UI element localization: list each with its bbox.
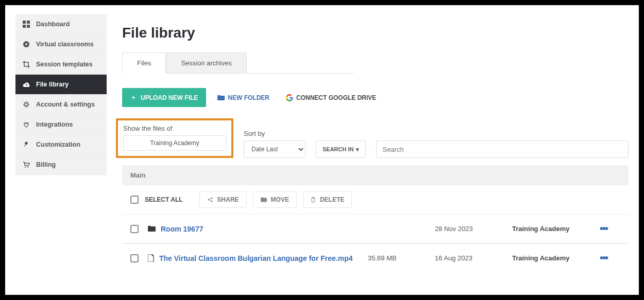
connect-google-drive-button[interactable]: CONNECT GOOGLE DRIVE [281, 90, 381, 105]
sidebar-item-label: Billing [36, 161, 56, 168]
show-files-label: Show the files of [123, 125, 226, 132]
select-value: Training Academy [150, 139, 199, 147]
plus-icon: ＋ [130, 93, 137, 102]
tab-label: Session archives [181, 59, 231, 67]
share-button[interactable]: SHARE [199, 191, 247, 208]
crop-icon [22, 61, 31, 68]
row-owner: Training Academy [512, 225, 600, 233]
file-icon [148, 254, 154, 262]
sidebar-item-dashboard[interactable]: Dashboard [15, 14, 107, 34]
button-label: UPLOAD NEW FILE [141, 94, 198, 101]
caret-down-icon: ▾ [356, 146, 359, 153]
gear-icon [22, 101, 31, 108]
bulk-actions: SELECT ALL SHARE MOVE DELETE [122, 185, 629, 214]
trash-icon [311, 197, 316, 203]
show-files-select[interactable]: Training Academy [123, 135, 226, 151]
tab-session-archives[interactable]: Session archives [166, 52, 246, 73]
action-bar: ＋ UPLOAD NEW FILE NEW FOLDER CONNECT GOO… [122, 88, 629, 107]
folder-icon [217, 95, 225, 101]
breadcrumb[interactable]: Main [122, 165, 629, 185]
row-name-link[interactable]: The Virtual Classroom Bulgarian Language… [159, 254, 353, 262]
search-in-button[interactable]: SEARCH IN ▾ [316, 140, 366, 158]
sidebar-item-account-settings[interactable]: Account & settings [15, 95, 107, 115]
new-folder-button[interactable]: NEW FOLDER [212, 90, 275, 105]
table-row: The Virtual Classroom Bulgarian Language… [122, 243, 629, 272]
svg-point-7 [25, 167, 26, 168]
button-label: MOVE [271, 196, 289, 203]
sidebar-item-label: Customization [36, 141, 80, 148]
svg-rect-0 [23, 21, 26, 24]
svg-point-6 [25, 103, 28, 106]
row-actions-menu[interactable]: ••• [600, 252, 620, 264]
grid-icon [22, 21, 31, 28]
svg-point-8 [27, 167, 28, 168]
sidebar-item-label: Virtual classrooms [36, 41, 94, 48]
row-date: 28 Nov 2023 [435, 225, 512, 233]
play-circle-icon [22, 41, 31, 48]
select-all-label: SELECT ALL [145, 196, 183, 203]
row-date: 16 Aug 2023 [435, 254, 512, 262]
page-title: File library [122, 25, 629, 41]
row-checkbox[interactable] [130, 225, 139, 233]
sidebar-item-label: Session templates [36, 61, 93, 68]
sidebar-item-billing[interactable]: Billing [15, 155, 107, 175]
select-all-checkbox[interactable] [130, 196, 139, 204]
button-label: CONNECT GOOGLE DRIVE [296, 94, 376, 101]
table-row: Room 19677 28 Nov 2023 Training Academy … [122, 214, 629, 243]
svg-rect-3 [27, 25, 30, 28]
main-content: File library Files Session archives ＋ UP… [107, 14, 629, 286]
search-input[interactable] [376, 140, 629, 158]
upload-new-file-button[interactable]: ＋ UPLOAD NEW FILE [122, 88, 206, 107]
sidebar-item-session-templates[interactable]: Session templates [15, 55, 107, 75]
cloud-upload-icon [22, 81, 31, 87]
plug-icon [22, 121, 31, 128]
sort-by-label: Sort by [244, 130, 306, 137]
google-icon [286, 94, 293, 101]
row-checkbox[interactable] [130, 254, 139, 262]
svg-rect-1 [27, 21, 30, 24]
move-button[interactable]: MOVE [253, 191, 297, 208]
row-name-link[interactable]: Room 19677 [161, 225, 203, 233]
button-label: SEARCH IN [323, 146, 354, 152]
button-label: DELETE [320, 196, 344, 203]
sidebar-item-label: Account & settings [36, 101, 95, 108]
row-size: 35.69 MB [368, 254, 435, 262]
button-label: NEW FOLDER [228, 94, 269, 101]
cart-icon [22, 161, 31, 168]
sidebar-item-label: Integrations [36, 121, 73, 128]
sort-by-select[interactable]: Date Last [244, 140, 306, 158]
sidebar-item-integrations[interactable]: Integrations [15, 115, 107, 135]
filter-row: Show the files of Training Academy Sort … [122, 118, 629, 158]
row-actions-menu[interactable]: ••• [600, 223, 620, 235]
delete-button[interactable]: DELETE [303, 191, 352, 208]
folder-icon [148, 225, 156, 232]
folder-icon [261, 197, 267, 202]
sidebar-item-customization[interactable]: Customization [15, 135, 107, 155]
wrench-icon [22, 141, 31, 148]
tab-label: Files [137, 59, 151, 67]
sidebar-item-label: Dashboard [36, 21, 70, 28]
breadcrumb-label: Main [130, 171, 146, 179]
sidebar-item-label: File library [36, 81, 69, 88]
tab-files[interactable]: Files [122, 52, 166, 74]
svg-rect-2 [23, 25, 26, 28]
tabs: Files Session archives [122, 52, 354, 74]
show-files-of-highlight: Show the files of Training Academy [116, 118, 233, 158]
button-label: SHARE [217, 196, 239, 203]
sidebar-item-file-library[interactable]: File library [15, 75, 107, 95]
sidebar-item-virtual-classrooms[interactable]: Virtual classrooms [15, 34, 107, 55]
share-icon [207, 197, 213, 203]
row-owner: Training Academy [512, 254, 600, 262]
sidebar: Dashboard Virtual classrooms Session tem… [15, 14, 107, 286]
